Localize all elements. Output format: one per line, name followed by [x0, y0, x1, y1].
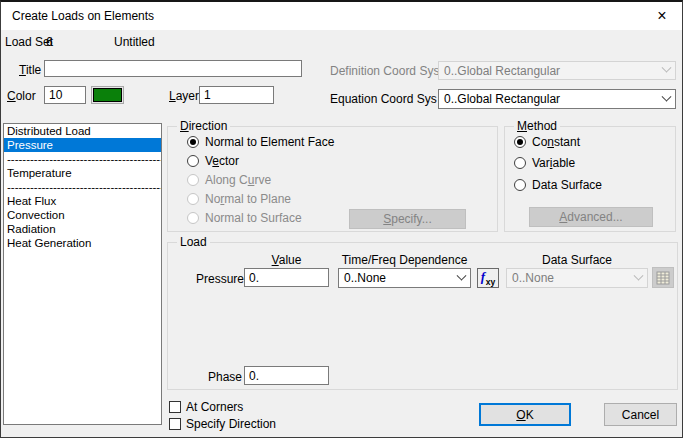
time-freq-column-header: Time/Freq Dependence	[338, 253, 471, 267]
radio-icon	[187, 212, 199, 224]
radio-icon	[514, 157, 526, 169]
radio-label: Variable	[532, 156, 575, 170]
load-type-convection[interactable]: Convection	[4, 208, 161, 222]
radio-label: Normal to Surface	[205, 211, 302, 225]
chevron-down-icon	[662, 91, 672, 101]
time-freq-value: 0..None	[344, 271, 386, 285]
radio-along-curve: Along Curve	[187, 173, 271, 187]
radio-normal-to-surface: Normal to Surface	[187, 211, 302, 225]
phase-label: Phase	[208, 370, 242, 384]
load-type-heat-generation[interactable]: Heat Generation	[4, 236, 161, 250]
title-bar: Create Loads on Elements ×	[1, 2, 682, 30]
load-type-radiation[interactable]: Radiation	[4, 222, 161, 236]
radio-label: Normal to Element Face	[205, 135, 334, 149]
method-group-label: Method	[514, 119, 560, 133]
radio-vector[interactable]: Vector	[187, 154, 239, 168]
window-title: Create Loads on Elements	[12, 9, 154, 23]
value-column-header: Value	[244, 253, 329, 267]
list-separator: ----------------------------------------…	[4, 152, 161, 166]
data-surface-value: 0..None	[512, 271, 554, 285]
cancel-button[interactable]: Cancel	[604, 403, 677, 426]
phase-input[interactable]: 0.	[244, 366, 329, 385]
color-input[interactable]: 10	[44, 86, 86, 104]
definition-coord-value: 0..Global Rectangular	[444, 64, 560, 78]
radio-normal-to-element-face[interactable]: Normal to Element Face	[187, 135, 334, 149]
pressure-row-label: Pressure	[196, 272, 244, 286]
radio-label: Data Surface	[532, 178, 602, 192]
close-button[interactable]: ×	[642, 2, 682, 30]
color-swatch-button[interactable]	[91, 86, 124, 104]
color-swatch	[93, 88, 122, 102]
data-surface-grid-button	[652, 267, 674, 288]
radio-icon	[187, 136, 199, 148]
function-fxy-button[interactable]: fxy	[477, 268, 499, 288]
data-surface-column-header: Data Surface	[506, 253, 648, 267]
radio-icon	[187, 155, 199, 167]
equation-coord-label: Equation Coord Sys	[330, 92, 434, 106]
load-type-pressure[interactable]: Pressure	[4, 138, 161, 152]
fxy-icon: fxy	[481, 269, 495, 286]
radio-label: Normal to Plane	[205, 192, 291, 206]
chevron-down-icon	[662, 63, 672, 73]
at-corners-label: At Corners	[186, 400, 243, 414]
load-set-strip: Load Set 6 Untitled	[1, 30, 682, 53]
specify-direction-checkbox[interactable]: Specify Direction	[169, 417, 276, 431]
specify-direction-label: Specify Direction	[186, 417, 276, 431]
close-icon: ×	[657, 8, 666, 24]
advanced-button: Advanced...	[529, 207, 653, 227]
chevron-down-icon	[457, 270, 467, 280]
load-set-number: 6	[46, 35, 53, 49]
radio-icon	[514, 136, 526, 148]
time-freq-dropdown[interactable]: 0..None	[338, 268, 471, 288]
title-field-label: Title	[19, 63, 41, 77]
load-type-temperature[interactable]: Temperature	[4, 166, 161, 180]
layer-label: Layer	[169, 89, 199, 103]
specify-button: Specify...	[349, 209, 466, 229]
definition-coord-label: Definition Coord Sys	[330, 64, 434, 78]
title-input[interactable]	[44, 60, 302, 77]
radio-data-surface[interactable]: Data Surface	[514, 178, 602, 192]
radio-label: Constant	[532, 135, 580, 149]
data-surface-dropdown: 0..None	[506, 268, 648, 288]
load-group-label: Load	[177, 235, 210, 249]
checkbox-icon	[169, 418, 181, 430]
layer-input[interactable]: 1	[199, 86, 274, 104]
radio-label: Along Curve	[205, 173, 271, 187]
load-type-distributed-load[interactable]: Distributed Load	[4, 124, 161, 138]
chevron-down-icon	[634, 270, 644, 280]
direction-group-label: Direction	[177, 119, 230, 133]
equation-coord-value: 0..Global Rectangular	[444, 92, 560, 106]
radio-icon	[187, 174, 199, 186]
load-type-heat-flux[interactable]: Heat Flux	[4, 194, 161, 208]
radio-icon	[514, 179, 526, 191]
radio-variable[interactable]: Variable	[514, 156, 575, 170]
grid-icon	[656, 271, 670, 285]
list-separator: ----------------------------------------…	[4, 180, 161, 194]
definition-coord-dropdown: 0..Global Rectangular	[438, 61, 676, 80]
create-loads-dialog: Create Loads on Elements × Load Set 6 Un…	[0, 0, 683, 438]
equation-coord-dropdown[interactable]: 0..Global Rectangular	[438, 89, 676, 109]
pressure-value-input[interactable]: 0.	[244, 268, 329, 287]
radio-icon	[187, 193, 199, 205]
radio-normal-to-plane: Normal to Plane	[187, 192, 291, 206]
radio-constant[interactable]: Constant	[514, 135, 580, 149]
load-type-list: Distributed Load Pressure --------------…	[3, 123, 162, 425]
load-set-name: Untitled	[114, 35, 155, 49]
color-label: Color	[7, 89, 36, 103]
checkbox-icon	[169, 401, 181, 413]
at-corners-checkbox[interactable]: At Corners	[169, 400, 243, 414]
ok-button[interactable]: OK	[479, 403, 571, 426]
radio-label: Vector	[205, 154, 239, 168]
